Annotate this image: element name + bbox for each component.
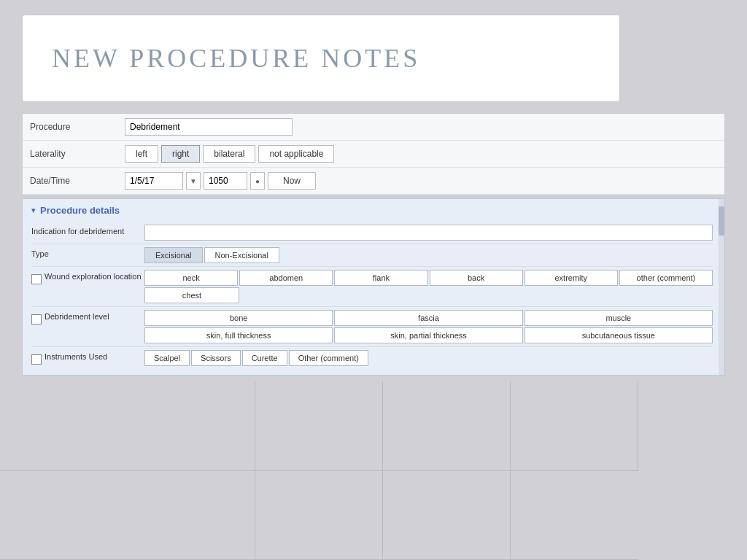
wound-extremity-button[interactable]: extremity (525, 270, 618, 286)
bottom-cell-3 (383, 381, 511, 471)
bottom-cell-4 (511, 381, 638, 471)
wound-neck-button[interactable]: neck (144, 270, 238, 286)
laterality-row: Laterality left right bilateral not appl… (23, 141, 724, 168)
bottom-cell-8 (511, 471, 638, 561)
wound-label: Wound exploration location (31, 270, 144, 284)
debridement-subcut-button[interactable]: subcutaneous tissue (525, 327, 713, 343)
type-label: Type (31, 247, 144, 258)
header-section: NEW PROCEDURE NOTES (0, 0, 747, 113)
debridement-label: Debridement level (31, 310, 144, 324)
type-content: Excisional Non-Excisional (144, 247, 713, 263)
header-card: NEW PROCEDURE NOTES (22, 15, 620, 102)
wound-flank-button[interactable]: flank (334, 270, 427, 286)
date-input[interactable] (125, 172, 183, 190)
indication-row: Indication for debridement (31, 222, 713, 244)
debridement-row1: bone fascia muscle (144, 310, 713, 326)
type-excisional-button[interactable]: Excisional (144, 247, 203, 263)
laterality-group: left right bilateral not applicable (125, 145, 717, 163)
laterality-cell: left right bilateral not applicable (117, 141, 724, 168)
instruments-content: Scalpel Scissors Curette Other (comment) (144, 350, 713, 366)
type-nonexcisional-button[interactable]: Non-Excisional (204, 247, 279, 263)
wound-row1: neck abdomen flank back extremity other … (144, 270, 713, 286)
laterality-right-button[interactable]: right (161, 145, 200, 163)
details-inner: ▾ Procedure details Indication for debri… (23, 199, 724, 375)
now-button[interactable]: Now (268, 172, 316, 190)
debridement-bone-button[interactable]: bone (144, 310, 333, 326)
instruments-other-button[interactable]: Other (comment) (289, 350, 368, 366)
bottom-cell-1 (0, 381, 255, 471)
bottom-cell-7 (383, 471, 511, 561)
wound-row2: chest (144, 287, 713, 303)
wound-checkbox[interactable] (31, 274, 42, 284)
debridement-row: Debridement level bone fascia muscle ski… (31, 307, 713, 347)
indication-label: Indication for debridement (31, 225, 144, 236)
details-header: ▾ Procedure details (31, 205, 713, 216)
procedure-cell (117, 114, 724, 141)
scrollbar-track[interactable] (719, 199, 724, 375)
indication-content (144, 225, 713, 241)
wound-row: Wound exploration location neck abdomen … (31, 267, 713, 307)
debridement-muscle-button[interactable]: muscle (525, 310, 713, 326)
procedure-input[interactable] (125, 118, 293, 136)
instruments-curette-button[interactable]: Curette (242, 350, 287, 366)
instruments-label: Instruments Used (31, 350, 144, 365)
page-title: NEW PROCEDURE NOTES (52, 43, 420, 74)
debridement-row2: skin, full thickness skin, partial thick… (144, 327, 713, 343)
form-panel: Procedure Laterality left right bilatera… (22, 113, 725, 195)
datetime-cell: ▼ ● Now (117, 168, 724, 195)
procedure-row: Procedure (23, 114, 724, 141)
wound-abdomen-button[interactable]: abdomen (239, 270, 333, 286)
page-wrapper: NEW PROCEDURE NOTES Procedure Laterality… (0, 0, 747, 560)
type-row: Type Excisional Non-Excisional (31, 244, 713, 267)
bottom-cell-6 (255, 471, 383, 561)
details-section-title: Procedure details (40, 205, 120, 216)
wound-back-button[interactable]: back (430, 270, 523, 286)
instruments-scalpel-button[interactable]: Scalpel (144, 350, 190, 366)
instruments-checkbox[interactable] (31, 354, 42, 365)
wound-chest-button[interactable]: chest (144, 287, 239, 303)
datetime-label: Date/Time (23, 168, 117, 195)
bottom-cell-2 (255, 381, 383, 471)
debridement-full-button[interactable]: skin, full thickness (144, 327, 333, 343)
debridement-partial-button[interactable]: skin, partial thickness (334, 327, 522, 343)
debridement-fascia-button[interactable]: fascia (334, 310, 522, 326)
bottom-cell-5 (0, 471, 255, 561)
instruments-scissors-button[interactable]: Scissors (191, 350, 241, 366)
debridement-checkbox[interactable] (31, 314, 42, 324)
wound-content: neck abdomen flank back extremity other … (144, 270, 713, 303)
scrollbar-thumb[interactable] (719, 206, 724, 236)
indication-input[interactable] (144, 225, 713, 241)
procedure-details-panel: ▾ Procedure details Indication for debri… (22, 198, 725, 376)
datetime-group: ▼ ● Now (125, 172, 717, 190)
laterality-na-button[interactable]: not applicable (258, 145, 334, 163)
bottom-grid (0, 381, 747, 560)
details-toggle[interactable]: ▾ (31, 206, 36, 215)
clock-icon[interactable]: ● (250, 172, 265, 190)
calendar-icon[interactable]: ▼ (186, 172, 201, 190)
laterality-label: Laterality (23, 141, 117, 168)
laterality-bilateral-button[interactable]: bilateral (203, 145, 255, 163)
instruments-row: Instruments Used Scalpel Scissors Curett… (31, 347, 713, 369)
wound-other-button[interactable]: other (comment) (619, 270, 713, 286)
datetime-row: Date/Time ▼ ● Now (23, 168, 724, 195)
procedure-label: Procedure (23, 114, 117, 141)
form-table: Procedure Laterality left right bilatera… (23, 114, 724, 195)
debridement-content: bone fascia muscle skin, full thickness … (144, 310, 713, 343)
type-button-group: Excisional Non-Excisional (144, 247, 713, 263)
time-input[interactable] (204, 172, 247, 190)
laterality-left-button[interactable]: left (125, 145, 158, 163)
instruments-button-group: Scalpel Scissors Curette Other (comment) (144, 350, 713, 366)
